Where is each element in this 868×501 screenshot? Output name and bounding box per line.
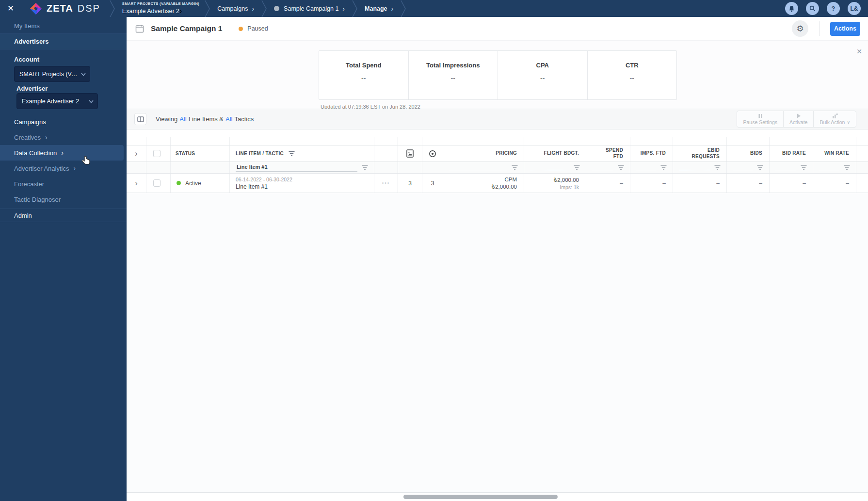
- ebid-requests-filter-input[interactable]: [679, 165, 710, 170]
- filter-imps-ftd[interactable]: [630, 162, 673, 173]
- zeta-logo[interactable]: ZETA DSP: [30, 2, 100, 15]
- bid-rate-filter-input[interactable]: [775, 165, 796, 170]
- column-header-bid-rate[interactable]: BID RATE: [770, 145, 813, 162]
- breadcrumb-manage[interactable]: Manage ›: [358, 5, 400, 13]
- stat-value: --: [409, 74, 498, 82]
- imps-ftd-filter-input[interactable]: [636, 165, 656, 170]
- filter-flight-budget[interactable]: [524, 162, 586, 173]
- column-header-tactics[interactable]: [422, 145, 443, 162]
- spend-ftd-filter-input[interactable]: [592, 165, 613, 170]
- column-header-flight-budget[interactable]: FLIGHT BDGT.: [524, 145, 586, 162]
- flight-budget-filter-input[interactable]: [530, 165, 569, 170]
- avatar[interactable]: L&: [848, 2, 861, 15]
- pricing-filter-input[interactable]: [449, 165, 507, 170]
- sidebar-item-data-collection[interactable]: Data Collection›: [0, 145, 124, 161]
- filter-icon[interactable]: [574, 165, 580, 170]
- filter-icon[interactable]: [512, 165, 518, 170]
- help-icon: ?: [832, 5, 835, 12]
- sidebar-item-advertiser-analytics[interactable]: Advertiser Analytics›: [0, 161, 127, 176]
- expand-row-chevron[interactable]: ›: [127, 179, 146, 188]
- column-header-status[interactable]: STATUS: [171, 145, 230, 162]
- all-tactics-link[interactable]: All: [225, 115, 232, 123]
- actions-button[interactable]: Actions: [830, 22, 860, 36]
- advertiser-select-value: Example Advertiser 2: [22, 98, 79, 105]
- filter-icon[interactable]: [362, 165, 368, 170]
- column-header-win-rate[interactable]: WIN RATE: [813, 145, 856, 162]
- row-status: Active: [171, 174, 230, 193]
- column-header-imps-ftd[interactable]: IMPS. FTD: [630, 145, 673, 162]
- account-select[interactable]: SMART Projects (Variable Margin): [14, 66, 90, 82]
- close-icon[interactable]: ✕: [856, 48, 862, 55]
- topbar-actions: ? L&: [785, 2, 868, 15]
- filter-bid-rate[interactable]: [770, 162, 813, 173]
- sidebar-item-campaigns[interactable]: Campaigns: [0, 114, 127, 129]
- stats-card: Total Spend -- Total Impressions -- CPA …: [319, 50, 677, 100]
- stats-banner: Total Spend -- Total Impressions -- CPA …: [127, 40, 868, 109]
- advertiser-select[interactable]: Example Advertiser 2: [16, 93, 98, 109]
- column-header-spend-ftd[interactable]: SPEND FTD: [586, 145, 630, 162]
- filter-spend-ftd[interactable]: [586, 162, 630, 173]
- column-header-bids[interactable]: BIDS: [727, 145, 770, 162]
- sidebar-item-advertisers[interactable]: Advertisers: [0, 34, 127, 49]
- filter-icon[interactable]: [757, 165, 763, 170]
- select-all-checkbox[interactable]: [153, 150, 161, 157]
- row-tactics-count[interactable]: 3: [422, 174, 443, 193]
- breadcrumb-campaign[interactable]: Sample Campaign 1 ›: [267, 5, 352, 13]
- search-button[interactable]: [806, 2, 819, 15]
- breadcrumb-campaign-label: Sample Campaign 1: [284, 5, 338, 12]
- filter-icon[interactable]: [660, 165, 667, 170]
- bulk-action-button[interactable]: Bulk Action∨: [814, 111, 856, 127]
- row-checkbox[interactable]: [153, 179, 161, 187]
- sidebar: My Items Advertisers Account SMART Proje…: [0, 17, 127, 501]
- filter-pricing[interactable]: [443, 162, 524, 173]
- column-header-pricing[interactable]: PRICING: [443, 145, 524, 162]
- row-creatives-count[interactable]: 3: [398, 174, 422, 193]
- status-badge: Paused: [247, 25, 268, 32]
- sidebar-item-admin[interactable]: Admin: [0, 209, 127, 222]
- column-header-creatives[interactable]: [398, 145, 422, 162]
- filter-icon[interactable]: [844, 165, 850, 170]
- row-bid-rate: –: [770, 174, 813, 193]
- win-rate-filter-input[interactable]: [819, 165, 839, 170]
- row-menu-button[interactable]: •••: [374, 174, 398, 193]
- pause-settings-button[interactable]: Pause Settings: [737, 111, 784, 127]
- breadcrumb-campaigns[interactable]: Campaigns ›: [210, 5, 261, 13]
- settings-button[interactable]: ⚙: [792, 20, 808, 37]
- play-icon: [796, 113, 801, 118]
- sidebar-item-creatives[interactable]: Creatives›: [0, 129, 127, 145]
- column-settings-button[interactable]: [134, 113, 146, 125]
- logo-primary: ZETA: [47, 3, 73, 14]
- column-header-line-item[interactable]: LINE ITEM / TACTIC: [230, 145, 374, 162]
- breadcrumb-advertiser[interactable]: SMART PROJECTS (VARIABLE MARGIN) Example…: [115, 1, 204, 16]
- sidebar-item-my-items[interactable]: My Items: [0, 18, 127, 34]
- filter-ebid-requests[interactable]: [673, 162, 727, 173]
- horizontal-scrollbar-thumb[interactable]: [403, 495, 558, 499]
- filter-bids[interactable]: [727, 162, 770, 173]
- expand-all-chevron[interactable]: ›: [127, 149, 146, 158]
- sidebar-item-forecaster[interactable]: Forecaster: [0, 176, 127, 192]
- filter-icon[interactable]: [801, 165, 807, 170]
- sidebar-item-tactic-diagnoser[interactable]: Tactic Diagnoser: [0, 192, 127, 207]
- stat-label: Total Impressions: [409, 62, 498, 69]
- line-item-name[interactable]: Line Item #1: [236, 183, 268, 190]
- chevron-right-icon: ›: [179, 7, 182, 16]
- filter-line-item[interactable]: Line Item #1: [230, 162, 374, 173]
- line-item-filter-input[interactable]: Line Item #1: [236, 164, 357, 172]
- close-icon[interactable]: ✕: [6, 4, 15, 13]
- filter-win-rate[interactable]: [813, 162, 856, 173]
- bids-filter-input[interactable]: [733, 165, 753, 170]
- help-button[interactable]: ?: [827, 2, 840, 15]
- row-line-item[interactable]: 06-14-2022 - 06-30-2022 Line Item #1: [230, 174, 374, 193]
- flight-budget-value: ₺2,000.00: [554, 177, 579, 183]
- table-row[interactable]: › Active 06-14-2022 - 06-30-2022 Line It…: [127, 174, 868, 193]
- row-flight-budget: ₺2,000.00 Imps: 1k: [524, 174, 586, 193]
- notifications-button[interactable]: [785, 2, 798, 15]
- filter-icon[interactable]: [714, 165, 721, 170]
- activate-button[interactable]: Activate: [784, 111, 814, 127]
- column-header-ebid-requests[interactable]: EBID REQUESTS: [673, 145, 727, 162]
- filter-icon[interactable]: [289, 151, 295, 156]
- status-text: Active: [185, 180, 201, 187]
- all-line-items-link[interactable]: All: [179, 115, 186, 123]
- filter-icon[interactable]: [618, 165, 624, 170]
- row-bids: –: [727, 174, 770, 193]
